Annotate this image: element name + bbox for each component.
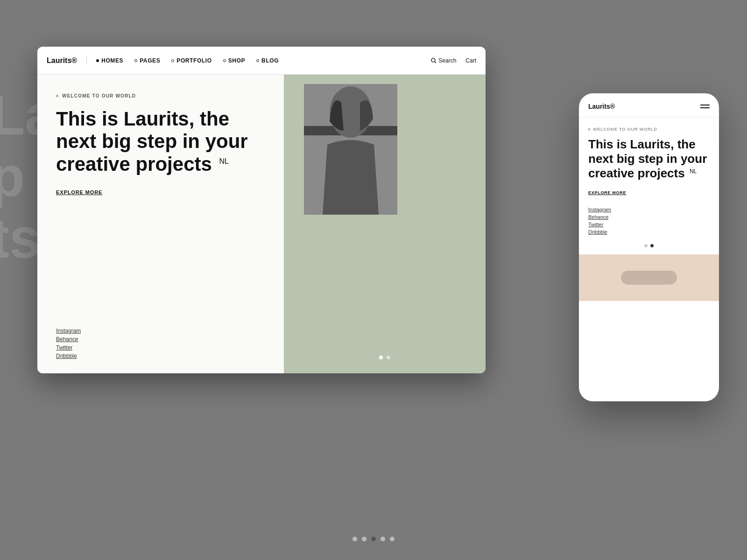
nav-links: HOMES PAGES PORTFOLIO SHOP BLOG: [96, 57, 431, 64]
welcome-badge: WELCOME TO OUR WORLD: [56, 93, 265, 98]
nav-cart[interactable]: Cart: [465, 57, 476, 64]
svg-point-0: [431, 58, 435, 62]
social-links: Instagram Behance Twitter Dribbble: [56, 328, 265, 359]
explore-link[interactable]: EXPLORE MORE: [56, 189, 265, 195]
bottom-dot-1[interactable]: [352, 537, 357, 541]
nav-dot-shop: [223, 59, 226, 62]
hero-title: This is Laurits, the next big step in yo…: [56, 108, 265, 175]
hero-nl-badge: NL: [219, 157, 229, 165]
bottom-dots-row: [352, 537, 395, 541]
nav-link-homes[interactable]: HOMES: [96, 57, 123, 64]
bottom-dot-4[interactable]: [381, 537, 385, 541]
phone-slide-dots: [588, 244, 710, 247]
browser-window: Laurits® HOMES PAGES PORTFOLIO SHOP BLOG: [37, 47, 486, 373]
phone-explore-link[interactable]: EXPLORE MORE: [588, 190, 710, 195]
hamburger-line-1: [700, 105, 710, 105]
bottom-dot-2[interactable]: [362, 537, 366, 541]
phone-social-behance[interactable]: Behance: [588, 214, 710, 220]
phone-social-links: Instagram Behance Twitter Dribbble: [588, 207, 710, 235]
slide-dot-1[interactable]: [379, 356, 383, 359]
slide-dots: [379, 356, 390, 359]
phone-social-twitter[interactable]: Twitter: [588, 222, 710, 227]
phone-welcome-badge: WELCOME TO OUR WORLD: [588, 127, 710, 132]
phone-social-dribbble[interactable]: Dribbble: [588, 229, 710, 235]
navbar: Laurits® HOMES PAGES PORTFOLIO SHOP BLOG: [37, 47, 486, 75]
social-link-instagram[interactable]: Instagram: [56, 328, 265, 334]
phone-content: WELCOME TO OUR WORLD This is Laurits, th…: [579, 118, 719, 310]
phone-welcome-dot: [588, 128, 590, 130]
nav-link-pages[interactable]: PAGES: [134, 57, 160, 64]
phone-inner-device: [621, 271, 677, 285]
hamburger-line-2: [700, 107, 710, 108]
nav-link-portfolio[interactable]: PORTFOLIO: [171, 57, 211, 64]
nav-dot-blog: [256, 59, 259, 62]
nav-right: Search Cart: [431, 57, 476, 64]
person-image: [304, 84, 397, 215]
bottom-dot-3[interactable]: [371, 537, 376, 541]
nav-dot-portfolio: [171, 59, 174, 62]
welcome-dot: [56, 95, 58, 97]
phone-navbar: Laurits®: [579, 93, 719, 118]
phone-logo: Laurits®: [588, 103, 615, 110]
left-panel: WELCOME TO OUR WORLD This is Laurits, th…: [37, 75, 284, 373]
nav-dot-pages: [134, 59, 137, 62]
phone-mockup: Laurits® WELCOME TO OUR WORLD This is La…: [579, 93, 719, 401]
phone-bottom-panel: [579, 254, 719, 301]
nav-logo: Laurits®: [47, 56, 87, 65]
social-link-twitter[interactable]: Twitter: [56, 344, 265, 351]
slide-dot-2[interactable]: [387, 356, 390, 359]
nav-link-shop[interactable]: SHOP: [223, 57, 245, 64]
svg-line-1: [435, 62, 437, 63]
social-link-behance[interactable]: Behance: [56, 336, 265, 343]
main-content: WELCOME TO OUR WORLD This is Laurits, th…: [37, 75, 486, 373]
phone-hero-title: This is Laurits, the next big step in yo…: [588, 137, 710, 181]
nav-link-blog[interactable]: BLOG: [256, 57, 279, 64]
hamburger-menu[interactable]: [700, 105, 710, 108]
bottom-dot-5[interactable]: [390, 537, 395, 541]
social-link-dribbble[interactable]: Dribbble: [56, 353, 265, 359]
phone-nl-badge: NL: [690, 168, 697, 175]
search-icon: [431, 58, 437, 63]
person-svg: [304, 84, 397, 215]
nav-dot-homes: [96, 59, 99, 62]
phone-dot-1[interactable]: [644, 244, 648, 247]
phone-social-instagram[interactable]: Instagram: [588, 207, 710, 212]
phone-dot-2[interactable]: [650, 244, 654, 247]
right-panel: [284, 75, 486, 373]
nav-search[interactable]: Search: [431, 57, 456, 64]
